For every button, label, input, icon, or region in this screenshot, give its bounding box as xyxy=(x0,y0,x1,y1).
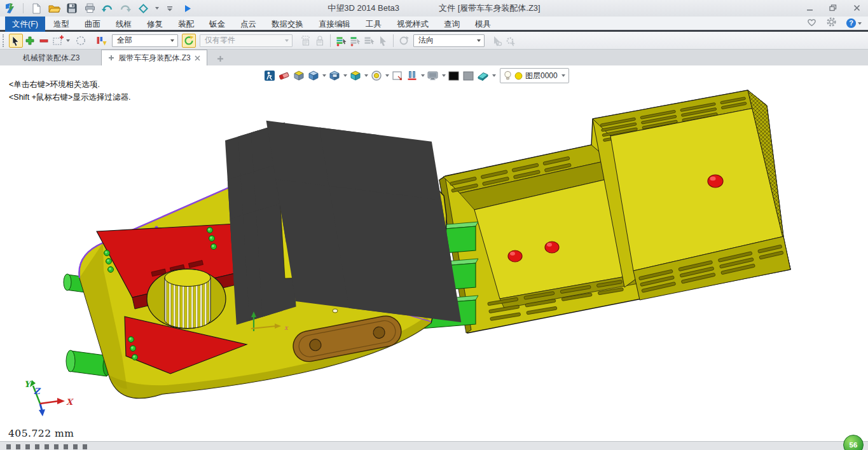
lasso-select-icon[interactable] xyxy=(74,34,88,48)
remove-selection-icon[interactable] xyxy=(37,34,51,48)
toolbar-grip[interactable] xyxy=(3,34,6,47)
ribbon-tab-bar: 文件(F) 造型 曲面 线框 修复 装配 钣金 点云 数据交换 直接编辑 工具 … xyxy=(0,17,868,32)
gray-color-swatch[interactable] xyxy=(462,69,475,83)
divider xyxy=(393,34,394,47)
new-file-icon[interactable] xyxy=(29,2,43,15)
print-icon[interactable] xyxy=(83,2,97,15)
menu-tab-shape[interactable]: 造型 xyxy=(46,17,76,32)
axis-y-label: Y xyxy=(24,379,32,389)
graphics-area[interactable]: 图层0000 <单击右键>环境相关选项. <Shift +鼠标右键>显示选择过滤… xyxy=(0,65,868,442)
menu-tab-visualstyle[interactable]: 视觉样式 xyxy=(390,17,436,32)
select-tool-icon[interactable] xyxy=(9,34,23,48)
display-mode-icon[interactable] xyxy=(327,69,341,83)
add-selection-icon[interactable] xyxy=(23,34,37,48)
menu-tab-directedit[interactable]: 直接编辑 xyxy=(312,17,357,32)
menu-tab-file[interactable]: 文件(F) xyxy=(5,17,45,32)
menu-tab-sheetmetal[interactable]: 钣金 xyxy=(202,17,232,32)
view-orientation-caret[interactable] xyxy=(322,74,326,77)
section-view-caret[interactable] xyxy=(364,74,368,77)
ground-plane-icon[interactable] xyxy=(405,69,418,83)
favorites-heart-icon[interactable] xyxy=(806,17,817,29)
ribbon-show-icon[interactable] xyxy=(181,2,195,15)
pick-cursor-disabled-icon[interactable] xyxy=(490,34,504,48)
layer-caret[interactable] xyxy=(561,74,565,77)
black-color-swatch[interactable] xyxy=(447,69,460,83)
cursor-disabled-icon[interactable] xyxy=(376,34,390,48)
help-caret[interactable] xyxy=(858,22,862,25)
notification-badge[interactable]: 56 xyxy=(843,435,864,450)
menu-tab-inquire[interactable]: 查询 xyxy=(437,17,467,32)
zoom-window-icon[interactable] xyxy=(390,69,404,83)
window-app-title: 中望3D 2014 Beta3 xyxy=(327,3,399,14)
pick-box-icon[interactable] xyxy=(51,34,65,48)
help-button[interactable]: ? xyxy=(846,18,862,29)
selection-toolbar: 全部 仅有零件 法向 xyxy=(0,32,868,50)
save-icon[interactable] xyxy=(65,2,79,15)
redo-icon[interactable] xyxy=(118,2,132,15)
pick-box-caret[interactable] xyxy=(66,39,70,42)
menu-tab-pointcloud[interactable]: 点云 xyxy=(233,17,263,32)
layer-control[interactable]: 图层0000 xyxy=(500,68,569,83)
filter-combobox[interactable]: 全部 xyxy=(112,34,178,47)
zoom-circle-icon[interactable] xyxy=(369,69,383,83)
settings-gear-icon[interactable] xyxy=(826,17,837,30)
hint-line-1: <单击右键>环境相关选项. xyxy=(9,78,130,91)
menu-tab-surface[interactable]: 曲面 xyxy=(78,17,107,32)
axis-z-label: Z xyxy=(34,386,41,396)
close-button[interactable] xyxy=(848,2,865,14)
model-canvas[interactable]: x Y Z X xyxy=(0,65,868,442)
view-navigate-caret[interactable] xyxy=(155,7,159,10)
view-toolbar: 图层0000 xyxy=(263,67,569,84)
orientation-combobox[interactable]: 法向 xyxy=(413,34,485,47)
menu-tab-wireframe[interactable]: 线框 xyxy=(109,17,139,32)
display-mode-caret[interactable] xyxy=(343,74,347,77)
quick-access-collapse-icon[interactable] xyxy=(163,2,177,15)
menu-tab-repair[interactable]: 修复 xyxy=(140,17,170,32)
background-display-caret[interactable] xyxy=(442,74,446,77)
view-navigate-icon[interactable] xyxy=(136,2,150,15)
menu-tab-mold[interactable]: 模具 xyxy=(468,17,498,32)
window-doc-title: 文件 [履带车车身装配体.Z3] xyxy=(439,3,541,14)
divider xyxy=(23,3,24,13)
paste-disabled-icon[interactable] xyxy=(313,34,327,48)
scope-combobox[interactable]: 仅有零件 xyxy=(200,34,293,47)
tab-plus-icon xyxy=(108,55,114,61)
restore-button[interactable] xyxy=(824,2,842,14)
pick-list-colored-icon[interactable] xyxy=(334,34,348,48)
divider xyxy=(330,34,331,47)
exit-environment-icon[interactable] xyxy=(263,69,276,83)
cycle-pick-icon[interactable] xyxy=(182,34,196,48)
erase-icon[interactable] xyxy=(277,69,291,83)
pick-list-gray2-icon[interactable] xyxy=(362,34,376,48)
document-tab-bar: 机械臂装配体.Z3 履带车车身装配体.Z3 xyxy=(0,50,868,65)
reorient-disabled-icon[interactable] xyxy=(397,34,411,48)
unfold-view-icon[interactable] xyxy=(292,69,305,83)
zw3d-window: 中望3D 2014 Beta3 文件 [履带车车身装配体.Z3] 文件(F) 造… xyxy=(0,0,868,450)
new-tab-button[interactable] xyxy=(212,51,229,65)
undo-icon[interactable] xyxy=(100,2,114,15)
menu-tab-tools[interactable]: 工具 xyxy=(359,17,389,32)
tray-assembly xyxy=(439,90,790,333)
ground-plane-caret[interactable] xyxy=(421,74,425,77)
copy-disabled-icon[interactable] xyxy=(299,34,313,48)
menu-tab-dataexchange[interactable]: 数据交换 xyxy=(265,17,310,32)
section-view-icon[interactable] xyxy=(348,69,362,83)
hint-line-2: <Shift +鼠标右键>显示选择过滤器. xyxy=(9,91,130,104)
doc-tab-robot-arm[interactable]: 机械臂装配体.Z3 xyxy=(13,50,90,65)
material-wedge-caret[interactable] xyxy=(492,74,496,77)
coordinate-readout: 405.722 mm xyxy=(8,428,74,439)
pick-list-gray-icon[interactable] xyxy=(348,34,362,48)
material-wedge-icon[interactable] xyxy=(476,69,490,83)
selection-filter-icon[interactable] xyxy=(94,34,108,48)
layer-name: 图层0000 xyxy=(525,71,558,81)
background-display-icon[interactable] xyxy=(426,69,439,83)
doc-tab-track-body[interactable]: 履带车车身装配体.Z3 xyxy=(101,50,207,65)
gear-cursor-disabled-icon[interactable] xyxy=(504,34,518,48)
tab-close-icon[interactable] xyxy=(195,55,200,61)
view-orientation-cube-icon[interactable] xyxy=(307,69,320,83)
open-file-icon[interactable] xyxy=(47,2,61,15)
zoom-circle-caret[interactable] xyxy=(385,74,389,77)
prompt-hint: <单击右键>环境相关选项. <Shift +鼠标右键>显示选择过滤器. xyxy=(9,78,130,104)
menu-tab-assembly[interactable]: 装配 xyxy=(171,17,201,32)
minimize-button[interactable] xyxy=(801,2,818,14)
